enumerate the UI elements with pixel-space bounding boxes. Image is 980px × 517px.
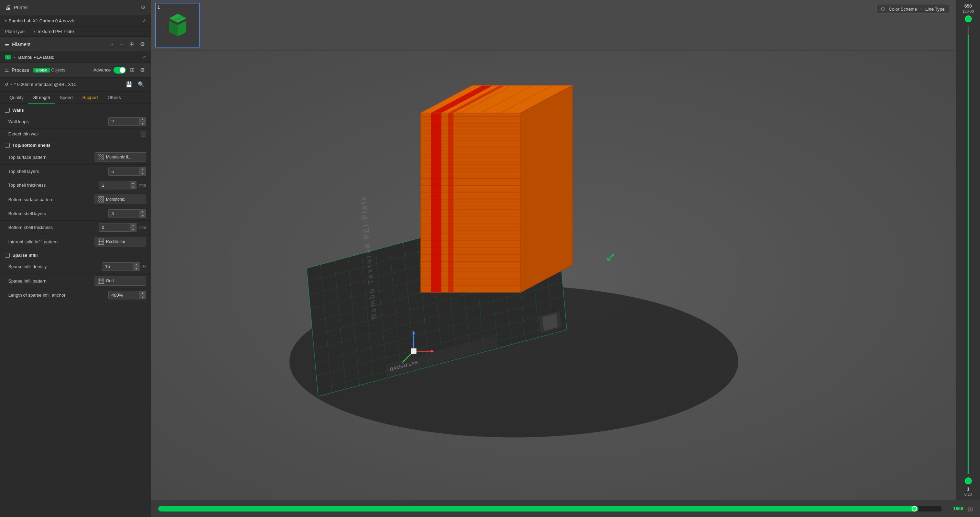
top-shell-layers-input-wrap: ▲ ▼ [108,167,146,176]
layer-bottom-value: 1 [967,487,969,492]
sparse-infill-pattern-control: Grid [95,276,146,286]
top-shell-thickness-unit: mm [139,183,146,188]
sparse-infill-group-label: Sparse infill [13,253,38,258]
bottom-surface-pattern-dropdown[interactable]: Monotonic [95,194,146,204]
svg-text:⤢: ⤢ [606,250,616,264]
wall-loops-spinner-up[interactable]: ▲ [139,117,146,122]
filament-remove-button[interactable]: − [119,41,124,48]
detect-thin-wall-control [141,131,146,137]
bottom-shell-thickness-up[interactable]: ▲ [130,223,137,227]
tab-quality[interactable]: Quality [5,91,28,104]
process-list-button[interactable]: ⊞ [129,66,136,74]
tab-support[interactable]: Support [77,91,103,104]
profile-search-button[interactable]: 🔍 [137,80,146,88]
printer-name-text: Bambu Lab X1 Carbon 0.4 nozzle [9,18,76,23]
wall-loops-row: Wall loops ▲ ▼ [0,115,151,129]
top-shell-thickness-up[interactable]: ▲ [130,181,137,185]
profile-undo-icon: ↺ [5,82,8,87]
sparse-infill-pattern-label: Sparse infill pattern [8,278,95,283]
bottom-surface-pattern-value: Monotonic [106,197,143,202]
layer-stack-icon[interactable]: ⊞ [967,504,973,513]
bottom-shell-layers-down[interactable]: ▼ [139,214,146,218]
sparse-density-up[interactable]: ▲ [133,262,140,267]
printer-header-left: 🖨 Printer [5,5,28,11]
detect-thin-wall-checkbox[interactable] [141,131,146,137]
sparse-infill-pattern-icon [98,278,104,284]
filament-item-left: 1 ▾ Bambu PLA Basic [5,55,54,60]
printer-settings-button[interactable]: ⚙ [140,3,146,11]
top-shell-thickness-row: Top shell thickness ▲ ▼ mm [0,178,151,192]
badge-global[interactable]: Global [33,68,50,73]
filament-edit-icon[interactable]: ↗ [142,54,146,60]
badge-objects[interactable]: Objects [51,68,65,73]
svg-marker-1 [178,21,186,37]
top-shell-thickness-down[interactable]: ▼ [130,185,137,189]
sparse-infill-density-input-wrap: ▲ ▼ [102,262,140,271]
bottom-shell-layers-up[interactable]: ▲ [139,209,146,214]
bottom-shell-layers-row: Bottom shell layers ▲ ▼ [0,207,151,221]
filament-settings-button[interactable]: ⚙ [138,40,146,48]
bottom-surface-pattern-control: Monotonic [95,194,146,204]
color-scheme-bar: ⬡ Color Scheme › Line Type [877,4,949,14]
sparse-anchor-down[interactable]: ▼ [139,295,146,299]
filament-name: Bambu PLA Basic [18,55,54,60]
sparse-infill-density-spinners: ▲ ▼ [133,262,140,271]
filament-list-button[interactable]: ⊞ [128,40,135,48]
bottom-surface-pattern-row: Bottom surface pattern Monotonic [0,192,151,207]
sparse-infill-pattern-dropdown[interactable]: Grid [95,276,146,286]
bottom-shell-layers-spinners: ▲ ▼ [139,209,146,218]
wall-loops-spinner-down[interactable]: ▼ [139,122,146,126]
bottom-surface-pattern-label: Bottom surface pattern [8,197,95,202]
sparse-infill-density-control: ▲ ▼ % [102,262,146,271]
tab-speed[interactable]: Speed [55,91,78,104]
top-shell-thickness-input-wrap: ▲ ▼ [99,181,137,189]
process-section-header: ⚌ Process Global Objects Advance ⊞ ⚙ [0,62,151,78]
layer-slider-bottom-handle[interactable] [965,477,972,484]
detect-thin-wall-row: Detect thin wall [0,129,151,139]
profile-save-button[interactable]: 💾 [124,80,134,88]
shells-group-icon [5,143,10,148]
tab-others[interactable]: Others [103,91,126,104]
layer-slider-top-handle[interactable] [965,16,972,22]
tabs-row: Quality Strength Speed Support Others [0,91,151,104]
sparse-anchor-up[interactable]: ▲ [139,291,146,295]
layer-slider-panel: 650 130.00 1 0.20 [956,0,980,500]
sparse-anchor-row: Length of sparse infill anchor ▲ ▼ [0,288,151,302]
bottom-shell-thickness-input-wrap: ▲ ▼ [99,223,137,232]
printer-section-header: 🖨 Printer ⚙ [0,0,151,15]
plate-value[interactable]: ▾ Textured PEI Plate [34,29,74,34]
thumbnail-svg-1 [162,10,193,41]
tab-strength[interactable]: Strength [28,91,55,104]
detect-thin-wall-label: Detect thin wall [8,131,141,137]
top-surface-pattern-control: Monotonic li... [95,152,146,162]
bottom-shell-layers-label: Bottom shell layers [8,211,108,216]
printer-icon: 🖨 [5,5,11,11]
svg-rect-96 [449,113,453,293]
filament-label: Filament [12,41,30,47]
advance-toggle[interactable] [113,67,126,73]
viewport-svg: Bambu Textured PEI Plate BAMBU LAB [151,51,980,500]
thumbnail-item-1[interactable]: 1 [156,3,200,48]
bottom-shell-thickness-down[interactable]: ▼ [130,227,137,232]
top-surface-pattern-dropdown[interactable]: Monotonic li... [95,152,146,162]
move-handle[interactable]: ⤢ [606,250,616,264]
top-shell-thickness-control: ▲ ▼ mm [99,181,146,189]
layer-slider-track[interactable] [967,26,969,474]
sparse-density-down[interactable]: ▼ [133,267,140,271]
layer-top-sub: 130.00 [963,9,974,13]
filament-add-button[interactable]: + [109,41,115,48]
plate-dropdown-arrow: ▾ [34,30,35,33]
svg-marker-3 [169,21,178,37]
top-shell-layers-up[interactable]: ▲ [139,167,146,172]
process-settings-button[interactable]: ⚙ [138,66,146,74]
process-header-left: ⚌ Process Global Objects [5,67,65,73]
internal-solid-infill-dropdown[interactable]: Rectilinear [95,237,146,247]
printer-label: Printer [14,5,28,10]
advance-row: Advance ⊞ ⚙ [93,66,146,74]
printer-dropdown-arrow: ▾ [5,19,6,23]
top-shell-layers-spinners: ▲ ▼ [139,167,146,176]
top-shell-layers-down[interactable]: ▼ [139,172,146,176]
filament-controls: + − ⊞ ⚙ [109,40,146,48]
printer-edit-icon[interactable]: ↗ [142,18,146,23]
layer-top-value: 650 [964,3,972,9]
